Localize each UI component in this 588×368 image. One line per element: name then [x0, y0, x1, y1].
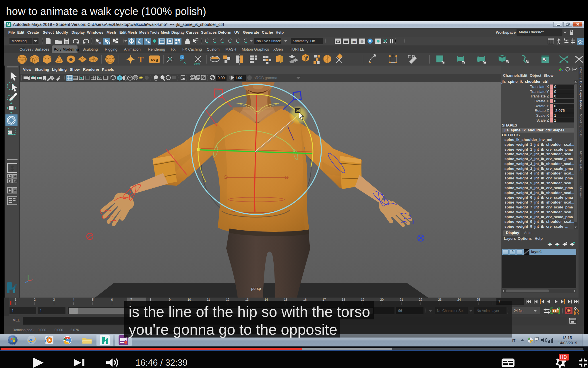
svg-text:4: 4	[73, 298, 74, 301]
svg-text:1: 1	[12, 309, 14, 313]
svg-text:Symmetry: Off: Symmetry: Off	[293, 39, 315, 43]
svg-text:HD: HD	[560, 355, 567, 360]
svg-text:16:46 / 32:39: 16:46 / 32:39	[136, 358, 187, 368]
svg-text:Modeling: Modeling	[11, 39, 27, 43]
svg-text:svg: svg	[151, 57, 158, 62]
svg-text:1: 1	[40, 309, 42, 313]
svg-text:IPR: IPR	[352, 41, 356, 44]
svg-text:5: 5	[92, 298, 94, 301]
svg-text:3: 3	[53, 298, 55, 301]
svg-text:0.00: 0.00	[218, 76, 225, 80]
svg-text:sRGB gamma: sRGB gamma	[254, 76, 277, 80]
svg-text:13:15: 13:15	[562, 336, 572, 340]
svg-text:14/03/2019: 14/03/2019	[558, 341, 577, 345]
svg-text:1.00: 1.00	[235, 76, 242, 80]
svg-text:T: T	[138, 55, 144, 64]
svg-text:1: 1	[15, 298, 16, 301]
svg-text:2: 2	[34, 298, 36, 301]
svg-text:0,0,0: 0,0,0	[194, 62, 200, 65]
svg-text:6: 6	[111, 298, 113, 301]
svg-text:T: T	[104, 76, 106, 80]
svg-text:1: 1	[74, 309, 76, 313]
svg-text:persp: persp	[251, 286, 261, 291]
svg-text:e: e	[29, 336, 32, 344]
svg-text:?: ?	[178, 41, 180, 44]
svg-text:M: M	[7, 22, 10, 27]
svg-text:24 fps: 24 fps	[514, 309, 523, 313]
svg-text:No Live Surface: No Live Surface	[256, 39, 281, 43]
svg-text:IT: IT	[512, 338, 516, 343]
